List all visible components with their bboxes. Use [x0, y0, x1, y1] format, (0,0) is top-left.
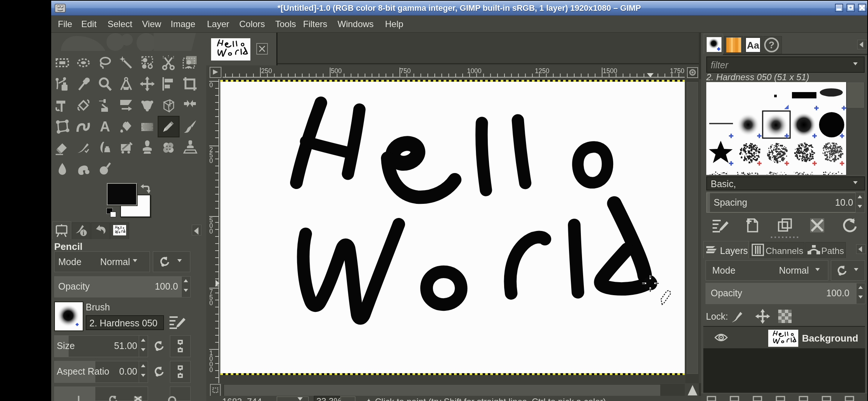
- svg-text:?: ?: [769, 39, 775, 50]
- svg-text:0: 0: [209, 157, 213, 164]
- svg-text:i: i: [83, 230, 85, 236]
- svg-text:0: 0: [209, 228, 213, 235]
- svg-text:0: 0: [209, 366, 213, 374]
- svg-text:A: A: [100, 119, 110, 134]
- svg-text:1000: 1000: [467, 67, 481, 75]
- svg-text:0: 0: [209, 299, 213, 307]
- svg-text:250: 250: [261, 67, 272, 75]
- svg-text:0: 0: [209, 81, 213, 89]
- svg-text:750: 750: [400, 67, 411, 75]
- svg-text:500: 500: [331, 67, 342, 75]
- svg-text:1500: 1500: [603, 67, 617, 75]
- svg-text:1750: 1750: [670, 67, 684, 75]
- svg-text:1250: 1250: [535, 67, 549, 75]
